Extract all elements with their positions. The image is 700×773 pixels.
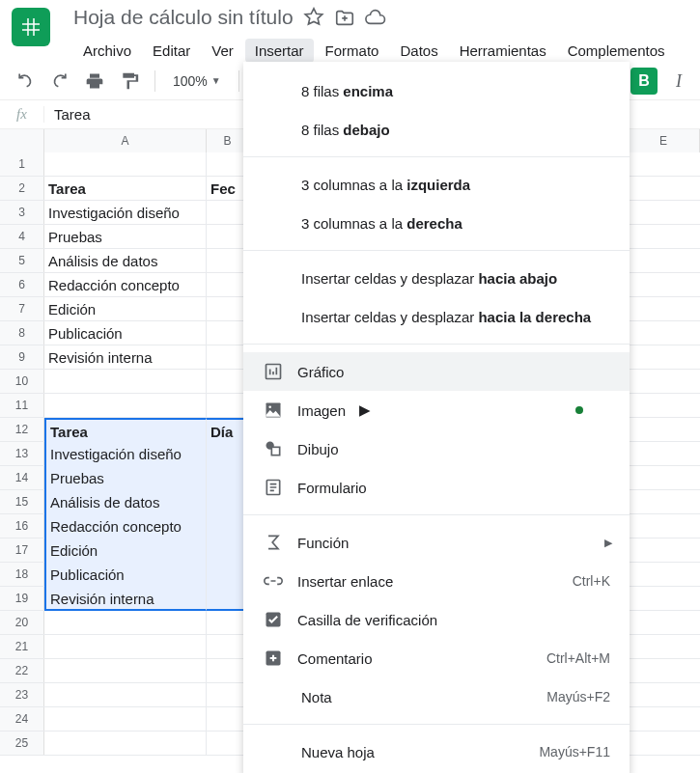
cell[interactable]: Edición [44,538,207,563]
row-header[interactable]: 11 [0,394,44,417]
row-header[interactable]: 5 [0,249,44,272]
paint-format-icon[interactable] [116,68,143,95]
menu-formato[interactable]: Formato [316,39,389,63]
menu-archivo[interactable]: Archivo [73,39,141,63]
cell[interactable]: Publicación [44,563,207,587]
menu-complementos[interactable]: Complementos [558,39,675,63]
print-icon[interactable] [81,68,108,95]
row-header[interactable]: 17 [0,538,44,562]
cell[interactable]: Tarea [44,418,207,442]
zoom-selector[interactable]: 100%▼ [167,73,227,89]
cell[interactable]: Investigación diseño [44,201,207,225]
cell[interactable]: Publicación [44,321,207,345]
menu-datos[interactable]: Datos [390,39,447,63]
row-header[interactable]: 16 [0,514,44,538]
insert-cells-shift-down[interactable]: Insertar celdas y desplazar hacia abajo [243,259,630,297]
cell[interactable]: Análisis de datos [44,490,207,514]
insert-drawing[interactable]: Dibujo [243,429,630,468]
insert-rows-below[interactable]: 8 filas debajo [243,110,630,149]
insert-cols-left[interactable]: 3 columnas a la izquierda [243,165,630,204]
row-header[interactable]: 3 [0,201,44,224]
cell[interactable] [628,177,700,201]
cell[interactable] [628,394,700,418]
row-header[interactable]: 25 [0,732,44,755]
cell[interactable] [628,659,700,683]
cell[interactable] [44,635,207,659]
row-header[interactable]: 15 [0,490,44,513]
cell[interactable] [628,273,700,297]
insert-checkbox[interactable]: Casilla de verificación [243,600,630,639]
cell[interactable] [44,370,207,394]
move-icon[interactable] [334,7,355,28]
row-header[interactable]: 14 [0,466,44,489]
insert-form[interactable]: Formulario [243,468,630,507]
insert-comment[interactable]: Comentario Ctrl+Alt+M [243,639,630,677]
menu-insertar[interactable]: Insertar [245,39,314,63]
insert-link[interactable]: Insertar enlace Ctrl+K [243,562,630,600]
cell[interactable] [44,683,207,707]
cell[interactable] [628,345,700,370]
cell[interactable] [628,370,700,394]
cell[interactable] [628,201,700,225]
app-logo[interactable] [12,8,50,46]
cell[interactable] [44,659,207,683]
menu-ver[interactable]: Ver [202,39,243,63]
cell[interactable] [628,587,700,611]
cell[interactable] [44,152,207,177]
row-header[interactable]: 1 [0,152,44,176]
row-header[interactable]: 23 [0,683,44,706]
cell[interactable]: Tarea [44,177,207,201]
cell[interactable] [44,732,207,756]
row-header[interactable]: 13 [0,442,44,465]
menu-herramientas[interactable]: Herramientas [450,39,556,63]
row-header[interactable]: 24 [0,707,44,731]
row-header[interactable]: 4 [0,225,44,248]
redo-icon[interactable] [46,68,73,95]
cell[interactable] [628,732,700,756]
insert-cells-shift-right[interactable]: Insertar celdas y desplazar hacia la der… [243,297,630,336]
insert-rows-above[interactable]: 8 filas encima [243,71,630,110]
col-header-E[interactable]: E [628,129,700,152]
document-title[interactable]: Hoja de cálculo sin título [73,6,294,29]
cell[interactable]: Redacción concepto [44,273,207,297]
cell[interactable] [628,321,700,345]
insert-function[interactable]: Función ▶ [243,523,630,562]
row-header[interactable]: 9 [0,345,44,369]
cell[interactable] [628,611,700,635]
undo-icon[interactable] [12,68,39,95]
cell[interactable]: Investigación diseño [44,442,207,466]
cell[interactable]: Revisión interna [44,587,207,611]
row-header[interactable]: 10 [0,370,44,393]
cell[interactable]: Redacción concepto [44,514,207,538]
cell[interactable] [628,249,700,273]
col-header-A[interactable]: A [44,129,207,152]
row-header[interactable]: 8 [0,321,44,345]
bold-button[interactable]: B [630,68,658,95]
insert-new-sheet[interactable]: Nueva hoja Mayús+F11 [243,732,630,771]
row-header[interactable]: 6 [0,273,44,296]
insert-cols-right[interactable]: 3 columnas a la derecha [243,204,630,242]
row-header[interactable]: 21 [0,635,44,658]
row-header[interactable]: 19 [0,587,44,610]
formula-value[interactable]: Tarea [44,106,91,123]
cell[interactable] [628,635,700,659]
menu-editar[interactable]: Editar [143,39,200,63]
row-header[interactable]: 2 [0,177,44,200]
cell[interactable] [44,611,207,635]
cell[interactable] [628,683,700,707]
cell[interactable]: Revisión interna [44,345,207,370]
cell[interactable]: Edición [44,297,207,321]
cell[interactable] [628,466,700,490]
cell[interactable] [44,394,207,418]
cell[interactable] [628,442,700,466]
cloud-icon[interactable] [365,7,386,28]
cell[interactable] [628,707,700,732]
cell[interactable] [628,514,700,538]
cell[interactable] [628,225,700,249]
star-icon[interactable] [303,7,324,28]
insert-chart[interactable]: Gráfico [243,352,630,391]
row-header[interactable]: 18 [0,563,44,586]
cell[interactable]: Pruebas [44,225,207,249]
insert-image[interactable]: Imagen ▶ [243,391,630,429]
cell[interactable]: Análisis de datos [44,249,207,273]
